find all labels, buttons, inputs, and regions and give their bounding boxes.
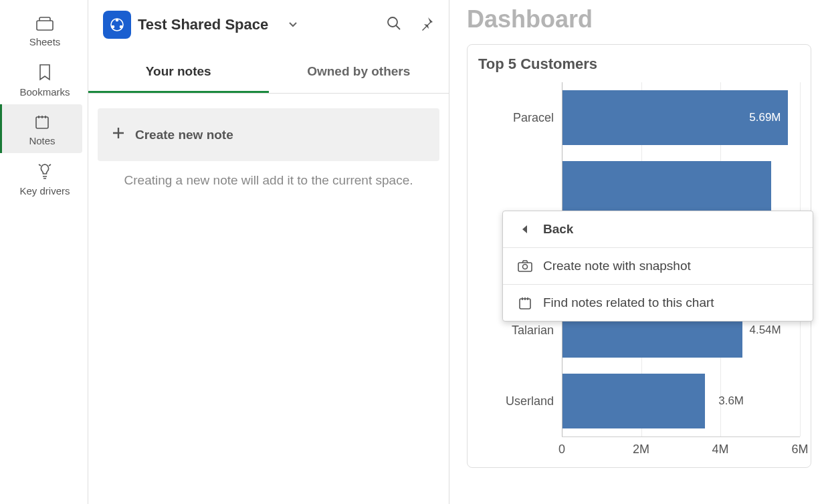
bar-value: 4.54M: [749, 324, 781, 337]
bar-label: Paracel: [478, 111, 562, 125]
nav-sidebar: Sheets Bookmarks Notes Key drivers: [0, 0, 88, 504]
tab-your-notes[interactable]: Your notes: [88, 52, 269, 93]
x-tick: 6M: [791, 443, 808, 457]
space-header: Test Shared Space: [88, 0, 449, 52]
dashboard-panel: Dashboard Top 5 Customers Paracel 5.69M: [449, 0, 822, 504]
x-tick: 2M: [633, 443, 649, 457]
chart-card[interactable]: Top 5 Customers Paracel 5.69M: [467, 44, 811, 468]
context-menu-label: Back: [543, 222, 573, 237]
nav-item-notes[interactable]: Notes: [0, 104, 82, 153]
dashboard-title: Dashboard: [467, 0, 811, 44]
svg-rect-9: [520, 299, 530, 309]
context-menu-label: Create note with snapshot: [543, 259, 691, 273]
bar-label: Userland: [478, 394, 562, 408]
nav-item-sheets[interactable]: Sheets: [0, 7, 88, 54]
bar-row: Paracel 5.69M: [478, 82, 800, 153]
svg-point-5: [120, 26, 122, 28]
bar[interactable]: 3.6M: [562, 374, 705, 428]
notes-panel: Test Shared Space Your notes Owned by ot…: [88, 0, 449, 504]
bar-label: Talarian: [478, 324, 562, 338]
x-axis: 0 2M 4M 6M: [562, 436, 800, 454]
nav-item-key-drivers[interactable]: Key drivers: [0, 153, 88, 203]
svg-point-3: [116, 19, 118, 21]
bar-row: Userland 3.6M: [478, 366, 800, 436]
svg-point-4: [112, 26, 114, 28]
nav-label: Bookmarks: [19, 86, 70, 98]
bar-value: 3.6M: [718, 394, 744, 408]
svg-rect-0: [37, 21, 53, 30]
create-note-label: Create new note: [135, 128, 233, 142]
tab-owned-by-others[interactable]: Owned by others: [269, 52, 449, 93]
svg-point-6: [388, 17, 397, 27]
create-note-hint: Creating a new note will add it to the c…: [88, 173, 449, 188]
context-menu-label: Find notes related to this chart: [543, 295, 714, 310]
context-menu-create-snapshot[interactable]: Create note with snapshot: [503, 248, 813, 285]
pin-icon[interactable]: [419, 16, 434, 33]
context-menu-find-related[interactable]: Find notes related to this chart: [503, 285, 813, 321]
note-icon: [34, 114, 50, 130]
nav-label: Sheets: [29, 36, 61, 47]
notes-tabs: Your notes Owned by others: [88, 52, 449, 94]
x-tick: 4M: [712, 443, 729, 457]
space-badge: [103, 11, 131, 39]
svg-rect-1: [36, 117, 48, 128]
sheets-icon: [36, 16, 54, 31]
bar[interactable]: 5.69M: [562, 90, 788, 145]
x-tick: 0: [558, 443, 565, 457]
bar-value: 5.69M: [749, 111, 781, 124]
space-dropdown[interactable]: [288, 19, 298, 31]
chart-context-menu: Back Create note with snapshot Find note…: [502, 211, 813, 322]
plus-icon: [111, 126, 126, 144]
chart-title: Top 5 Customers: [478, 55, 800, 73]
bookmark-icon: [38, 64, 52, 81]
svg-point-8: [523, 265, 528, 269]
create-note-button[interactable]: Create new note: [98, 108, 439, 161]
nav-label: Key drivers: [19, 185, 70, 197]
back-arrow-icon: [518, 225, 532, 234]
context-menu-back[interactable]: Back: [503, 211, 813, 248]
lightbulb-icon: [37, 162, 53, 180]
bar[interactable]: [562, 161, 771, 216]
space-title: Test Shared Space: [138, 16, 268, 33]
camera-icon: [518, 260, 532, 272]
notepad-icon: [518, 296, 532, 309]
nav-item-bookmarks[interactable]: Bookmarks: [0, 54, 88, 104]
search-icon[interactable]: [386, 15, 402, 34]
nav-label: Notes: [29, 135, 55, 146]
